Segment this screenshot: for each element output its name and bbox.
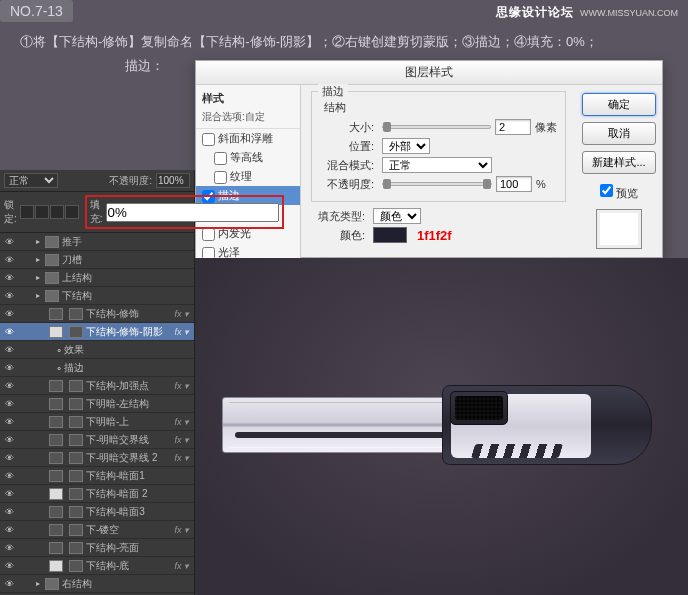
preview-checkbox[interactable]: 预览: [600, 184, 638, 201]
layer-row[interactable]: 👁▸右结构: [0, 575, 194, 593]
layer-row[interactable]: 👁下-明暗交界线 2fx ▾: [0, 449, 194, 467]
new-style-button[interactable]: 新建样式...: [582, 151, 656, 174]
ok-button[interactable]: 确定: [582, 93, 656, 116]
visibility-icon[interactable]: 👁: [2, 363, 16, 373]
layer-row[interactable]: 👁下-明暗交界线fx ▾: [0, 431, 194, 449]
filltype-select[interactable]: 颜色: [373, 208, 421, 224]
layer-row[interactable]: 👁▸下结构: [0, 287, 194, 305]
visibility-icon[interactable]: 👁: [2, 237, 16, 247]
layer-row[interactable]: 👁下明暗-左结构: [0, 395, 194, 413]
style-list: 样式 混合选项:自定 斜面和浮雕 等高线 纹理 描边 内阴影 内发光 光泽: [196, 85, 301, 259]
layers-list[interactable]: 👁▸推手👁▸刀槽👁▸上结构👁▸下结构👁下结构-修饰fx ▾👁下结构-修饰-阴影f…: [0, 233, 194, 595]
preview-box: [596, 209, 642, 249]
fx-icon[interactable]: fx ▾: [174, 327, 189, 337]
cancel-button[interactable]: 取消: [582, 122, 656, 145]
visibility-icon[interactable]: 👁: [2, 471, 16, 481]
visibility-icon[interactable]: 👁: [2, 579, 16, 589]
layer-row[interactable]: 👁下结构-暗面1: [0, 467, 194, 485]
layer-row[interactable]: 👁下-镂空fx ▾: [0, 521, 194, 539]
position-select[interactable]: 外部: [382, 138, 430, 154]
mask-thumb: [69, 416, 83, 428]
blendmode-select[interactable]: 正常: [382, 157, 492, 173]
mask-thumb: [69, 326, 83, 338]
layer-thumb: [49, 488, 63, 500]
layer-row[interactable]: 👁下结构-加强点fx ▾: [0, 377, 194, 395]
layer-row[interactable]: 👁下结构-修饰fx ▾: [0, 305, 194, 323]
style-bevel[interactable]: 斜面和浮雕: [196, 129, 300, 148]
opacity-label: 不透明度:: [320, 177, 374, 192]
opacity-input[interactable]: [496, 176, 532, 192]
folder-icon: [45, 578, 59, 590]
knife-slider: [450, 391, 508, 425]
mask-thumb: [69, 470, 83, 482]
visibility-icon[interactable]: 👁: [2, 309, 16, 319]
layer-row[interactable]: 👁▸上结构: [0, 269, 194, 287]
layer-row[interactable]: 👁下结构-修饰-阴影fx ▾: [0, 323, 194, 341]
style-contour[interactable]: 等高线: [196, 148, 300, 167]
fx-icon[interactable]: fx ▾: [174, 561, 189, 571]
layer-thumb: [49, 542, 63, 554]
folder-icon: [45, 272, 59, 284]
blend-options-header[interactable]: 混合选项:自定: [196, 108, 300, 129]
layer-row[interactable]: 👁∘效果: [0, 341, 194, 359]
fx-icon[interactable]: fx ▾: [174, 417, 189, 427]
visibility-icon[interactable]: 👁: [2, 507, 16, 517]
lock-icons[interactable]: [20, 205, 79, 219]
panel-opacity-input[interactable]: [156, 173, 190, 188]
fill-input[interactable]: [106, 203, 279, 222]
knife-blade: [222, 397, 462, 453]
layer-row[interactable]: 👁∘描边: [0, 359, 194, 377]
visibility-icon[interactable]: 👁: [2, 453, 16, 463]
visibility-icon[interactable]: 👁: [2, 543, 16, 553]
layer-row[interactable]: 👁下结构-亮面: [0, 539, 194, 557]
visibility-icon[interactable]: 👁: [2, 489, 16, 499]
structure-label: 结构: [324, 100, 557, 115]
mask-thumb: [69, 434, 83, 446]
size-slider[interactable]: [382, 125, 491, 129]
blend-mode-select[interactable]: 正常: [4, 173, 58, 188]
fx-icon[interactable]: fx ▾: [174, 381, 189, 391]
layer-thumb: [49, 326, 63, 338]
mask-thumb: [69, 560, 83, 572]
layer-row[interactable]: 👁▸刀槽: [0, 251, 194, 269]
mask-thumb: [69, 524, 83, 536]
visibility-icon[interactable]: 👁: [2, 435, 16, 445]
fx-icon[interactable]: fx ▾: [174, 309, 189, 319]
layer-row[interactable]: 👁下明暗-上fx ▾: [0, 413, 194, 431]
visibility-icon[interactable]: 👁: [2, 399, 16, 409]
fx-icon[interactable]: fx ▾: [174, 435, 189, 445]
visibility-icon[interactable]: 👁: [2, 327, 16, 337]
visibility-icon[interactable]: 👁: [2, 417, 16, 427]
layer-row[interactable]: 👁下结构-暗面3: [0, 503, 194, 521]
layer-row[interactable]: 👁下结构-底fx ▾: [0, 557, 194, 575]
folder-icon: [45, 254, 59, 266]
layer-thumb: [49, 506, 63, 518]
visibility-icon[interactable]: 👁: [2, 255, 16, 265]
layer-thumb: [49, 416, 63, 428]
color-swatch[interactable]: [373, 227, 407, 243]
fill-label: 填充:: [90, 198, 103, 226]
fx-icon[interactable]: fx ▾: [174, 453, 189, 463]
visibility-icon[interactable]: 👁: [2, 345, 16, 355]
visibility-icon[interactable]: 👁: [2, 561, 16, 571]
visibility-icon[interactable]: 👁: [2, 381, 16, 391]
fx-icon[interactable]: fx ▾: [174, 525, 189, 535]
visibility-icon[interactable]: 👁: [2, 273, 16, 283]
style-texture[interactable]: 纹理: [196, 167, 300, 186]
mask-thumb: [69, 506, 83, 518]
size-input[interactable]: [495, 119, 531, 135]
artwork-canvas: [195, 258, 688, 595]
visibility-icon[interactable]: 👁: [2, 525, 16, 535]
opacity-slider[interactable]: [382, 182, 492, 186]
layer-thumb: [49, 470, 63, 482]
blendmode-label: 混合模式:: [320, 158, 374, 173]
stroke-legend: 描边: [318, 84, 348, 99]
layer-thumb: [49, 452, 63, 464]
dialog-buttons: 确定 取消 新建样式... 预览: [576, 85, 662, 259]
visibility-icon[interactable]: 👁: [2, 291, 16, 301]
layer-row[interactable]: 👁下结构-暗面 2: [0, 485, 194, 503]
lock-label: 锁定:: [4, 198, 17, 226]
layer-row[interactable]: 👁▸推手: [0, 233, 194, 251]
mask-thumb: [69, 308, 83, 320]
size-label: 大小:: [320, 120, 374, 135]
